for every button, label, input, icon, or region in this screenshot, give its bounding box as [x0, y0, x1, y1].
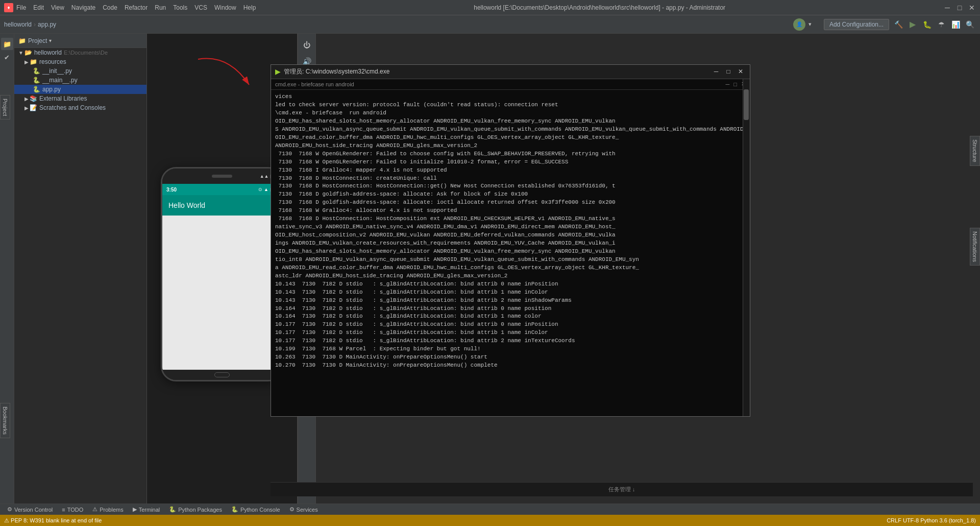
menu-navigate[interactable]: Navigate: [71, 4, 95, 11]
project-label: Project: [28, 37, 47, 44]
phone-speaker: [212, 175, 232, 178]
taskbar-terminal[interactable]: ▶ Terminal: [129, 505, 164, 514]
cmd-scroll-thumb[interactable]: [744, 89, 749, 120]
project-dropdown-arrow[interactable]: ▾: [49, 38, 52, 43]
close-button[interactable]: ✕: [968, 4, 976, 12]
terminal-icon: ▶: [133, 506, 137, 513]
phone-top: ▲▲ ▮▮▮: [162, 169, 282, 184]
taskbar-python-console[interactable]: 🐍 Python Console: [227, 505, 284, 514]
console-log-line: 10.143 7130 7182 D stdio : s_glBindAttri…: [275, 280, 746, 289]
folder-icon: 📁: [18, 37, 26, 44]
menu-code[interactable]: Code: [103, 4, 117, 11]
console-log-line: \cmd.exe - briefcase run android: [275, 109, 746, 117]
cmd-minimize-button[interactable]: ─: [711, 67, 721, 76]
cmd-scrollbar[interactable]: [743, 79, 750, 416]
version-control-icon: ⚙: [7, 506, 12, 513]
problems-icon: ⚠: [92, 506, 97, 513]
red-arrow-annotation: [188, 49, 259, 100]
cmd-inner-restore[interactable]: □: [733, 81, 737, 87]
tree-item-resources[interactable]: ▶ 📁 resources: [14, 57, 146, 66]
menu-run[interactable]: Run: [155, 4, 166, 11]
cmd-icon: ▶: [275, 67, 281, 76]
status-right: CRLF UTF-8 Python 3.6 (torch_1.8): [887, 517, 976, 523]
menu-help[interactable]: Help: [243, 4, 256, 11]
phone-bottom: [162, 370, 282, 380]
taskbar-version-control[interactable]: ⚙ Version Control: [3, 505, 57, 514]
version-control-label: Version Control: [14, 507, 53, 513]
project-panel-header: 📁 Project ▾: [14, 34, 146, 48]
breadcrumb-project[interactable]: helloworld: [4, 21, 32, 28]
console-log-line: 7130 7168 W OpenGLRenderer: Failed to ch…: [275, 150, 746, 158]
project-panel: 📁 Project ▾ ▼ 📂 helloworld E:\Documents\…: [14, 34, 147, 515]
power-icon[interactable]: ⏻: [300, 38, 314, 52]
phone-content-area: [162, 216, 282, 370]
phone-toolbar-bar: Hello World: [162, 195, 282, 216]
cmd-close-button[interactable]: ✕: [736, 67, 746, 76]
taskbar-services[interactable]: ⚙ Services: [285, 505, 322, 514]
menu-vcs[interactable]: VCS: [194, 4, 207, 11]
phone-status-bar: 3:50 ⊙▲▮▮▮: [162, 184, 282, 195]
project-side-tab[interactable]: Project: [0, 95, 10, 119]
python-packages-icon: 🐍: [169, 506, 176, 513]
console-log-line: 10.177 7130 7182 D stdio : s_glBindAttri…: [275, 321, 746, 329]
hammer-icon[interactable]: 🔨: [892, 18, 904, 31]
commit-sidebar-icon[interactable]: ✔: [1, 51, 13, 63]
menu-view[interactable]: View: [51, 4, 64, 11]
bottom-taskbar: ⚙ Version Control ≡ TODO ⚠ Problems ▶ Te…: [0, 504, 980, 515]
structure-side-tab[interactable]: Structure: [970, 136, 980, 166]
menu-tools[interactable]: Tools: [173, 4, 187, 11]
console-log-line: 7130 7168 D goldfish-address-space: allo…: [275, 190, 746, 199]
tree-item-helloworld[interactable]: ▼ 📂 helloworld E:\Documents\De: [14, 48, 146, 57]
notifications-side-tab[interactable]: Notifications: [970, 228, 980, 266]
console-log-line: a ANDROID_EMU_read_color_buffer_dma ANDR…: [275, 264, 746, 272]
cmd-window-controls: ─ □ ✕: [711, 67, 746, 76]
tree-item-init-py[interactable]: 🐍 __init__.py: [14, 66, 146, 76]
project-tree: ▼ 📂 helloworld E:\Documents\De ▶ 📁 resou…: [14, 48, 146, 112]
cmd-title-bar: ▶ 管理员: C:\windows\system32\cmd.exe ─ □ ✕: [271, 65, 750, 79]
console-log-line: OID_EMU_read_color_buffer_dma ANDROID_EM…: [275, 134, 746, 142]
profile-icon[interactable]: 👤: [793, 18, 805, 31]
breadcrumb-file[interactable]: app.py: [38, 21, 56, 28]
console-log-line: 10.143 7130 7182 D stdio : s_glBindAttri…: [275, 289, 746, 297]
profile-button[interactable]: 📊: [949, 18, 962, 31]
menu-refactor[interactable]: Refactor: [125, 4, 148, 11]
console-log-line: 10.263 7130 7130 D MainActivity: onPrepa…: [275, 353, 746, 362]
cmd-title-text: 管理员: C:\windows\system32\cmd.exe: [284, 67, 708, 76]
menu-bar: File Edit View Navigate Code Refactor Ru…: [16, 4, 256, 11]
console-log-line: 7130 7168 D goldfish-address-space: allo…: [275, 199, 746, 207]
debug-button[interactable]: 🐛: [921, 18, 933, 31]
console-log-line: 7168 7168 D HostConnection: HostComposit…: [275, 215, 746, 223]
console-log-line: tio_int8 ANDROID_EMU_vulkan_async_queue_…: [275, 256, 746, 264]
phone-screen: 3:50 ⊙▲▮▮▮ Hello World: [162, 184, 282, 370]
cmd-restore-button[interactable]: □: [723, 67, 733, 76]
python-console-label: Python Console: [240, 507, 280, 513]
taskbar-todo[interactable]: ≡ TODO: [58, 506, 87, 514]
title-bar: ♦ File Edit View Navigate Code Refactor …: [0, 0, 980, 15]
taskbar-problems[interactable]: ⚠ Problems: [88, 505, 127, 514]
task-manager-bar[interactable]: 任务管理 ↓: [271, 482, 973, 496]
phone-home-button[interactable]: [214, 372, 230, 377]
tree-item-main-py[interactable]: 🐍 __main__.py: [14, 76, 146, 85]
tree-item-scratches[interactable]: ▶ 📝 Scratches and Consoles: [14, 103, 146, 112]
python-packages-label: Python Packages: [178, 507, 222, 513]
menu-edit[interactable]: Edit: [33, 4, 44, 11]
search-button[interactable]: 🔍: [964, 18, 976, 31]
menu-file[interactable]: File: [16, 4, 26, 11]
taskbar-python-packages[interactable]: 🐍 Python Packages: [165, 505, 226, 514]
console-log-line: 7168 7168 W Gralloc4: allocator 4.x is n…: [275, 207, 746, 215]
minimize-button[interactable]: ─: [943, 4, 951, 12]
todo-label: TODO: [67, 507, 84, 513]
restore-button[interactable]: □: [955, 4, 964, 12]
tree-item-external-libraries[interactable]: ▶ 📚 External Libraries: [14, 94, 146, 103]
services-label: Services: [297, 507, 318, 513]
run-button[interactable]: ▶: [906, 18, 919, 31]
console-log-line: S ANDROID_EMU_vulkan_async_queue_submit …: [275, 126, 746, 134]
add-configuration-button[interactable]: Add Configuration...: [824, 19, 889, 30]
menu-window[interactable]: Window: [214, 4, 236, 11]
tree-item-app-py[interactable]: 🐍 app.py: [14, 85, 146, 94]
project-sidebar-icon[interactable]: 📁: [1, 38, 13, 50]
todo-icon: ≡: [62, 507, 65, 513]
coverage-button[interactable]: ☂: [935, 18, 947, 31]
cmd-inner-minimize[interactable]: ─: [726, 81, 730, 87]
bookmarks-side-tab[interactable]: Bookmarks: [0, 403, 10, 438]
